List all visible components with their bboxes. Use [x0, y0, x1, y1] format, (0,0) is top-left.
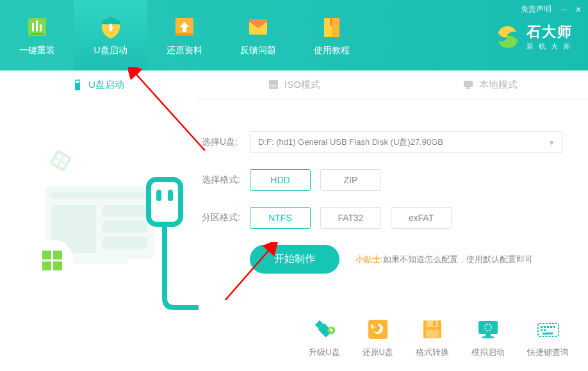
keyboard-icon [536, 317, 560, 342]
tool-restore-usb[interactable]: 还原U盘 [363, 317, 393, 358]
tool-upgrade-usb[interactable]: 升级U盘 [309, 317, 339, 358]
svg-rect-60 [541, 329, 543, 331]
format-hdd[interactable]: HDD [250, 169, 311, 191]
tab-label: 本地模式 [479, 79, 518, 91]
svg-rect-27 [51, 192, 147, 199]
svg-rect-21 [49, 149, 72, 172]
svg-rect-58 [550, 326, 552, 328]
partition-label: 分区格式: [202, 212, 250, 224]
svg-rect-61 [544, 329, 546, 331]
shield-icon [98, 14, 124, 40]
svg-rect-1 [32, 23, 34, 31]
svg-point-34 [31, 240, 74, 282]
tab-local[interactable]: 本地模式 [392, 70, 588, 99]
nav-label: U盘启动 [94, 45, 127, 56]
nav-reinstall[interactable]: 一键重装 [0, 0, 74, 70]
restore-icon [366, 317, 390, 342]
tab-iso[interactable]: ISO ISO模式 [196, 70, 392, 99]
chevron-down-icon: ▾ [550, 138, 554, 147]
svg-rect-30 [102, 221, 147, 233]
tool-label: 快捷键查询 [527, 347, 569, 358]
partition-ntfs[interactable]: NTFS [250, 207, 311, 229]
svg-rect-31 [102, 237, 147, 249]
start-button[interactable]: 开始制作 [250, 245, 339, 274]
tip: 小贴士:如果不知道怎么配置，使用默认配置即可 [355, 254, 533, 265]
tool-label: 模拟启动 [471, 347, 505, 358]
svg-rect-35 [42, 251, 51, 260]
book-icon [319, 14, 345, 40]
format-zip[interactable]: ZIP [320, 169, 381, 191]
bottom-tools: 升级U盘 还原U盘 格式转换 模拟启动 快捷键查询 [309, 317, 569, 358]
save-icon [420, 317, 445, 342]
svg-text:ISO: ISO [270, 84, 277, 88]
tip-label: 小贴士: [355, 254, 383, 264]
nav-label: 反馈问题 [240, 45, 276, 56]
svg-rect-53 [482, 336, 494, 338]
logo-icon [496, 25, 520, 49]
tool-label: 升级U盘 [309, 347, 339, 358]
svg-rect-7 [176, 33, 193, 36]
monitor-icon [476, 317, 500, 342]
svg-rect-10 [332, 18, 339, 37]
nav-usb-boot[interactable]: U盘启动 [74, 0, 147, 70]
upload-box-icon [172, 14, 197, 40]
svg-rect-55 [541, 326, 543, 328]
format-label: 选择格式: [202, 174, 250, 186]
svg-rect-38 [53, 261, 62, 270]
usb-select-label: 选择U盘: [202, 136, 250, 148]
svg-rect-2 [36, 21, 38, 31]
svg-rect-56 [544, 326, 546, 328]
tab-label: ISO模式 [284, 79, 320, 91]
header: 免责声明 ─ ✕ 一键重装 U盘启动 还原资料 反馈问题 [0, 0, 588, 70]
svg-rect-13 [75, 83, 80, 90]
tool-label: 格式转换 [416, 347, 449, 358]
tab-label: U盘启动 [88, 79, 124, 91]
logo-subtitle: 装机大师 [527, 42, 575, 51]
partition-exfat[interactable]: exFAT [391, 207, 452, 229]
close-button[interactable]: ✕ [575, 5, 582, 14]
nav-label: 一键重装 [19, 45, 55, 56]
tool-convert[interactable]: 格式转换 [416, 317, 449, 358]
minimize-button[interactable]: ─ [560, 5, 566, 14]
content: 选择U盘: D:F: (hd1) General USB Flash Disk … [0, 99, 588, 311]
disclaimer-link[interactable]: 免责声明 [521, 4, 551, 15]
svg-rect-47 [427, 320, 438, 327]
usb-upgrade-icon [312, 317, 336, 342]
nav-label: 使用教程 [314, 45, 350, 56]
iso-icon: ISO [268, 79, 279, 90]
svg-rect-59 [553, 326, 555, 328]
window-controls: 免责声明 ─ ✕ [521, 4, 582, 15]
svg-rect-49 [426, 330, 439, 338]
nav-feedback[interactable]: 反馈问题 [221, 0, 295, 70]
chart-icon [24, 14, 50, 40]
illustration [0, 119, 199, 311]
svg-rect-48 [433, 321, 436, 326]
svg-rect-50 [478, 321, 498, 334]
tool-label: 还原U盘 [363, 347, 393, 358]
tool-shortcut[interactable]: 快捷键查询 [527, 317, 569, 358]
logo-title: 石大师 [527, 22, 575, 42]
svg-rect-57 [547, 326, 549, 328]
svg-rect-3 [40, 24, 42, 31]
svg-rect-37 [42, 261, 51, 270]
tip-text: 如果不知道怎么配置，使用默认配置即可 [383, 254, 533, 264]
mail-icon [245, 14, 271, 40]
nav-tutorial[interactable]: 使用教程 [295, 0, 368, 70]
svg-rect-17 [467, 87, 470, 88]
sub-tabs: U盘启动 ISO ISO模式 本地模式 [0, 70, 588, 99]
nav-restore[interactable]: 还原资料 [147, 0, 221, 70]
svg-rect-11 [330, 18, 332, 26]
nav-label: 还原资料 [167, 45, 202, 56]
logo: 石大师 装机大师 [496, 22, 575, 51]
svg-rect-12 [76, 80, 79, 83]
usb-select[interactable]: D:F: (hd1) General USB Flash Disk (U盘)27… [250, 131, 562, 153]
usb-icon [72, 79, 83, 91]
monitor-icon [462, 79, 474, 90]
main-nav: 一键重装 U盘启动 还原资料 反馈问题 使用教程 [0, 0, 368, 70]
tab-usb-boot[interactable]: U盘启动 [0, 70, 196, 99]
tool-simulate[interactable]: 模拟启动 [471, 317, 505, 358]
svg-rect-4 [31, 33, 44, 35]
svg-rect-52 [486, 334, 491, 336]
partition-fat32[interactable]: FAT32 [320, 207, 381, 229]
svg-rect-16 [464, 81, 473, 87]
